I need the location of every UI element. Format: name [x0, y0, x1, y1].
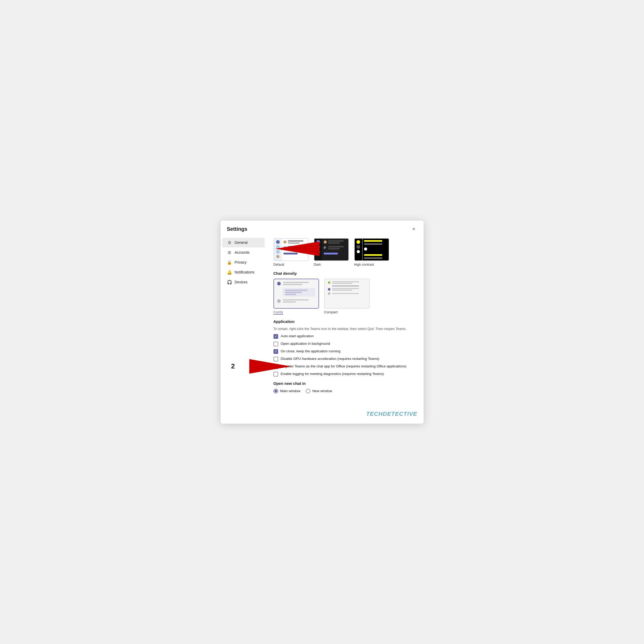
sidebar: ⚙ General ⊞ Accounts 🔒 Privacy 🔔 Notific… — [221, 235, 266, 424]
density-option-compact[interactable]: Compact — [324, 279, 370, 315]
chat-density-section: Chat density — [273, 271, 416, 315]
density-thumbnail-comfy — [273, 279, 319, 309]
register-teams-label: Register Teams as the chat app for Offic… — [281, 364, 406, 369]
chat-density-title: Chat density — [273, 271, 416, 276]
auto-start-checkbox[interactable] — [273, 334, 278, 339]
theme-label-default: Default — [273, 263, 284, 266]
density-label-comfy: Comfy — [273, 310, 283, 315]
sidebar-item-label: General — [235, 240, 248, 245]
logging-checkbox[interactable] — [273, 372, 278, 377]
application-section: Application To restart, right-click the … — [273, 319, 416, 377]
theme-thumbnail-high-contrast — [354, 238, 389, 261]
content-area: Default — [266, 235, 424, 424]
headset-icon: 🎧 — [227, 280, 232, 285]
theme-section: Default — [273, 238, 416, 266]
density-option-comfy[interactable]: Comfy — [273, 279, 319, 315]
main-window-label: Main window — [280, 389, 301, 393]
gear-icon: ⚙ — [227, 240, 232, 245]
settings-window: Settings × ⚙ General ⊞ Accounts 🔒 Privac… — [221, 221, 424, 424]
sidebar-item-accounts[interactable]: ⊞ Accounts — [222, 248, 265, 257]
open-background-label: Open application in background — [281, 341, 330, 346]
theme-option-dark[interactable]: Dark — [314, 238, 349, 266]
theme-thumbnail-dark — [314, 238, 349, 261]
sidebar-item-label: Notifications — [235, 270, 254, 274]
application-description: To restart, right-click the Teams icon i… — [273, 327, 416, 331]
application-title: Application — [273, 319, 416, 324]
sidebar-item-label: Accounts — [235, 250, 250, 254]
window-title: Settings — [227, 226, 247, 232]
close-button[interactable]: × — [410, 225, 417, 233]
sidebar-item-devices[interactable]: 🎧 Devices — [222, 277, 265, 287]
density-label-compact: Compact — [324, 310, 338, 314]
radio-row: Main window New window — [273, 389, 416, 393]
sidebar-item-label: Devices — [235, 280, 248, 284]
checkbox-disable-gpu: Disable GPU hardware acceleration (requi… — [273, 356, 416, 361]
bell-icon: 🔔 — [227, 270, 232, 275]
lock-icon: 🔒 — [227, 260, 232, 265]
sidebar-item-notifications[interactable]: 🔔 Notifications — [222, 267, 265, 277]
main-content: ⚙ General ⊞ Accounts 🔒 Privacy 🔔 Notific… — [221, 235, 424, 424]
open-background-checkbox[interactable] — [273, 342, 278, 346]
sidebar-item-general[interactable]: ⚙ General — [222, 238, 265, 247]
logging-label: Enable logging for meeting diagnostics (… — [281, 372, 384, 377]
checkbox-logging: Enable logging for meeting diagnostics (… — [273, 372, 416, 377]
theme-label-high-contrast: High contrast — [354, 263, 374, 266]
sidebar-item-label: Privacy — [235, 260, 247, 264]
density-thumbnail-compact — [324, 279, 370, 309]
accounts-icon: ⊞ — [227, 250, 232, 255]
main-window-radio[interactable] — [273, 389, 278, 393]
keep-running-checkbox[interactable] — [273, 349, 278, 354]
theme-option-high-contrast[interactable]: High contrast — [354, 238, 389, 266]
sidebar-item-privacy[interactable]: 🔒 Privacy — [222, 258, 265, 267]
auto-start-label: Auto-start application — [281, 334, 314, 339]
checkbox-auto-start: Auto-start application — [273, 334, 416, 339]
theme-label-dark: Dark — [314, 263, 321, 266]
title-bar: Settings × — [221, 221, 424, 235]
keep-running-label: On close, keep the application running — [281, 349, 341, 354]
register-teams-checkbox[interactable] — [273, 364, 278, 369]
radio-main-window[interactable]: Main window — [273, 389, 301, 393]
density-row: Comfy — [273, 279, 416, 315]
new-window-radio[interactable] — [306, 389, 310, 393]
new-window-label: New window — [313, 389, 332, 393]
disable-gpu-label: Disable GPU hardware acceleration (requi… — [281, 356, 379, 361]
theme-row: Default — [273, 238, 416, 266]
open-new-chat-section: Open new chat in Main window New window — [273, 381, 416, 393]
theme-thumbnail-default — [273, 238, 309, 261]
disable-gpu-checkbox[interactable] — [273, 357, 278, 361]
radio-new-window[interactable]: New window — [306, 389, 332, 393]
checkbox-open-background: Open application in background — [273, 341, 416, 346]
checkbox-register-teams: Register Teams as the chat app for Offic… — [273, 364, 416, 369]
theme-option-default[interactable]: Default — [273, 238, 309, 266]
open-new-chat-title: Open new chat in — [273, 381, 416, 386]
checkbox-keep-running: On close, keep the application running — [273, 349, 416, 354]
